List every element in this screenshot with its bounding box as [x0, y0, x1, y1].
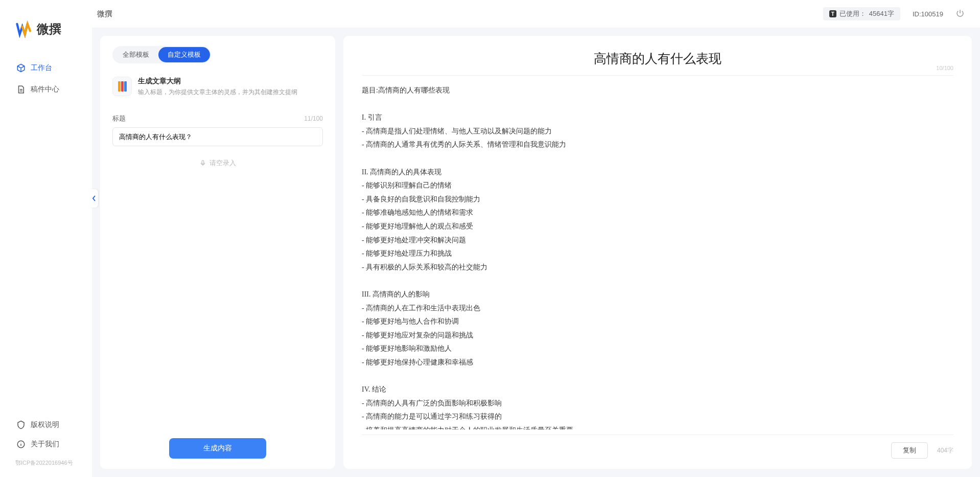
logo-text: 微撰 — [37, 21, 61, 37]
icp-text: 鄂ICP备2022016946号 — [0, 459, 92, 467]
info-icon — [16, 440, 26, 449]
sidebar-nav: 工作台 稿件中心 — [0, 58, 92, 415]
user-id: ID:100519 — [913, 10, 943, 18]
footer-label: 版权说明 — [31, 420, 59, 429]
nav-drafts[interactable]: 稿件中心 — [10, 80, 82, 99]
page-title: 微撰 — [97, 9, 112, 19]
nav-label: 工作台 — [31, 63, 52, 73]
text-icon: T — [829, 10, 836, 17]
template-desc: 输入标题，为你提供文章主体的灵感，并为其创建推文提纲 — [138, 88, 297, 97]
document-icon — [16, 85, 26, 94]
copy-button[interactable]: 复制 — [891, 442, 928, 459]
logo[interactable]: 微撰 — [0, 10, 92, 58]
usage-prefix: 已使用： — [839, 9, 866, 18]
logo-icon — [15, 20, 33, 38]
footer-label: 关于我们 — [31, 440, 59, 449]
cube-icon — [16, 63, 26, 73]
footer-copyright[interactable]: 版权说明 — [10, 415, 82, 435]
template-icon — [112, 77, 132, 96]
usage-value: 45641字 — [869, 9, 894, 18]
footer-about[interactable]: 关于我们 — [10, 435, 82, 454]
voice-input-button[interactable]: 请空录入 — [112, 158, 323, 168]
voice-hint: 请空录入 — [209, 158, 236, 168]
field-label-title: 标题 — [112, 114, 126, 123]
title-counter: 11/100 — [304, 115, 323, 122]
output-title: 高情商的人有什么表现 — [594, 50, 721, 67]
nav-workspace[interactable]: 工作台 — [10, 58, 82, 78]
output-body[interactable]: 题目:高情商的人有哪些表现 I. 引言 - 高情商是指人们处理情绪、与他人互动以… — [362, 84, 953, 429]
svg-rect-1 — [202, 161, 204, 164]
nav-label: 稿件中心 — [31, 85, 59, 94]
sidebar-footer: 版权说明 关于我们 — [0, 415, 92, 459]
sidebar-collapse-handle[interactable] — [90, 189, 98, 208]
books-icon — [118, 81, 127, 92]
title-input[interactable] — [112, 127, 323, 146]
output-panel: 高情商的人有什么表现 10/100 题目:高情商的人有哪些表现 I. 引言 - … — [343, 36, 972, 469]
output-title-counter: 10/100 — [936, 65, 953, 71]
usage-badge: T 已使用：45641字 — [823, 7, 900, 20]
template-tabs: 全部模板 自定义模板 — [112, 46, 211, 63]
template-card: 生成文章大纲 输入标题，为你提供文章主体的灵感，并为其创建推文提纲 — [112, 73, 323, 108]
tab-custom-templates[interactable]: 自定义模板 — [158, 47, 210, 62]
sidebar: 微撰 工作台 稿件中心 版权说明 — [0, 0, 92, 477]
chevron-left-icon — [91, 195, 97, 202]
power-icon[interactable] — [955, 9, 965, 19]
shield-icon — [16, 420, 26, 429]
template-title: 生成文章大纲 — [138, 77, 297, 86]
topbar: 微撰 T 已使用：45641字 ID:100519 — [92, 0, 980, 28]
input-panel: 全部模板 自定义模板 生成文章大纲 输入标题，为你提供文章主体的灵感，并为其创建… — [100, 36, 335, 469]
output-word-count: 404字 — [937, 446, 953, 455]
tab-all-templates[interactable]: 全部模板 — [113, 47, 158, 62]
mic-icon — [199, 160, 206, 167]
generate-button[interactable]: 生成内容 — [169, 438, 266, 459]
